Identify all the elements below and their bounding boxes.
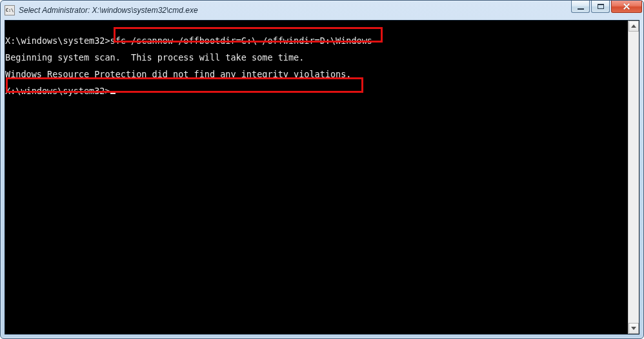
window-title: Select Administrator: X:\windows\system3…	[19, 6, 571, 15]
minimize-button[interactable]	[571, 1, 590, 13]
scroll-up-button[interactable]	[629, 21, 639, 32]
minimize-icon	[578, 8, 584, 10]
maximize-button[interactable]	[591, 1, 610, 13]
titlebar[interactable]: C:\ Select Administrator: X:\windows\sys…	[1, 1, 643, 20]
client-area: X:\windows\system32>sfc /scannow /offboo…	[5, 20, 639, 334]
command-text: sfc /scannow /offbootdir=C:\ /offwindir=…	[110, 35, 372, 46]
titlebar-buttons	[571, 1, 642, 20]
arrow-down-icon	[631, 327, 636, 330]
cmd-window: C:\ Select Administrator: X:\windows\sys…	[0, 0, 644, 339]
scroll-down-button[interactable]	[629, 323, 639, 334]
close-button[interactable]	[611, 1, 642, 13]
scrollbar-track[interactable]	[629, 32, 639, 323]
close-icon	[623, 3, 630, 10]
vertical-scrollbar[interactable]	[628, 21, 639, 334]
prompt-text: X:\windows\system32>	[5, 35, 110, 46]
arrow-up-icon	[631, 24, 636, 28]
cmd-icon: C:\	[5, 5, 15, 15]
terminal-output[interactable]: X:\windows\system32>sfc /scannow /offboo…	[5, 21, 628, 334]
prompt-text: X:\windows\system32>	[5, 86, 110, 96]
maximize-icon	[598, 4, 604, 9]
cmd-icon-label: C:\	[6, 8, 14, 13]
cursor	[110, 93, 116, 94]
scan-begin-text: Beginning system scan. This process will…	[5, 49, 628, 66]
result-text: Windows Resource Protection did not find…	[5, 66, 628, 82]
